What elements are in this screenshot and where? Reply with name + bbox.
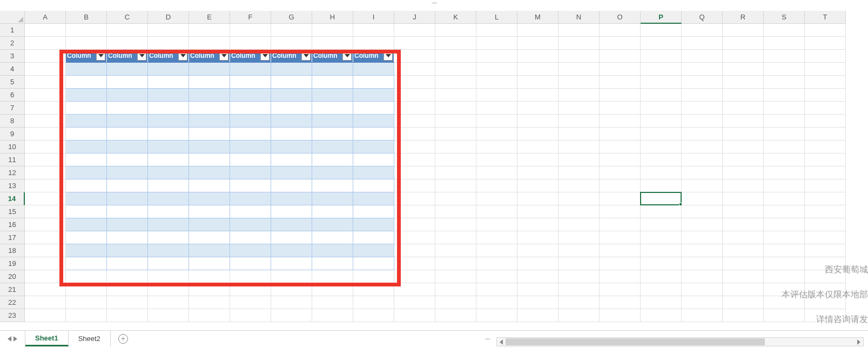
cell[interactable] xyxy=(148,309,189,322)
cell[interactable] xyxy=(723,115,764,128)
cell[interactable] xyxy=(517,102,559,115)
cell[interactable] xyxy=(600,179,641,192)
table-cell[interactable] xyxy=(148,218,189,231)
cell[interactable] xyxy=(600,76,641,89)
cell[interactable] xyxy=(435,76,476,89)
cell[interactable] xyxy=(641,76,682,89)
cell[interactable] xyxy=(394,115,435,128)
cell[interactable] xyxy=(25,192,66,205)
table-header-cell[interactable]: Column xyxy=(353,50,394,63)
col-header-O[interactable]: O xyxy=(600,11,641,24)
table-cell[interactable] xyxy=(189,192,230,205)
cell[interactable] xyxy=(271,24,312,37)
table-cell[interactable] xyxy=(271,244,312,257)
cell[interactable] xyxy=(517,63,559,76)
cell[interactable] xyxy=(435,179,476,192)
cell[interactable] xyxy=(25,231,66,244)
cell[interactable] xyxy=(148,296,189,309)
table-cell[interactable] xyxy=(353,218,394,231)
cell[interactable] xyxy=(435,257,476,270)
table-cell[interactable] xyxy=(148,244,189,257)
col-header-T[interactable]: T xyxy=(805,11,846,24)
cell[interactable] xyxy=(435,89,476,102)
cell[interactable] xyxy=(723,102,764,115)
cell[interactable] xyxy=(394,244,435,257)
table-cell[interactable] xyxy=(66,179,107,192)
table-cell[interactable] xyxy=(148,153,189,166)
cell[interactable] xyxy=(805,153,846,166)
cell[interactable] xyxy=(805,50,846,63)
cell[interactable] xyxy=(25,37,66,50)
row-header-16[interactable]: 16 xyxy=(0,218,25,231)
cell[interactable] xyxy=(641,89,682,102)
cell[interactable] xyxy=(435,231,476,244)
table-cell[interactable] xyxy=(230,63,271,76)
cell[interactable] xyxy=(476,102,517,115)
cell[interactable] xyxy=(600,192,641,205)
cell[interactable] xyxy=(764,244,805,257)
cell[interactable] xyxy=(723,76,764,89)
table-cell[interactable] xyxy=(148,166,189,179)
cell[interactable] xyxy=(476,141,517,153)
col-header-N[interactable]: N xyxy=(559,11,600,24)
cell[interactable] xyxy=(600,309,641,322)
table-cell[interactable] xyxy=(66,153,107,166)
cell[interactable] xyxy=(476,50,517,63)
cell[interactable] xyxy=(271,296,312,309)
cell[interactable] xyxy=(394,24,435,37)
cell[interactable] xyxy=(559,141,600,153)
table-header-cell[interactable]: Column xyxy=(271,50,312,63)
table-cell[interactable] xyxy=(107,63,148,76)
table-cell[interactable] xyxy=(107,76,148,89)
cell[interactable] xyxy=(682,231,723,244)
table-cell[interactable] xyxy=(271,231,312,244)
col-header-P[interactable]: P xyxy=(641,11,682,24)
cell[interactable] xyxy=(66,37,107,50)
col-header-G[interactable]: G xyxy=(271,11,312,24)
cell[interactable] xyxy=(66,283,107,296)
cell[interactable] xyxy=(600,257,641,270)
table-cell[interactable] xyxy=(312,205,353,218)
col-header-S[interactable]: S xyxy=(764,11,805,24)
table-cell[interactable] xyxy=(66,89,107,102)
horizontal-scrollbar[interactable] xyxy=(496,337,864,346)
cell[interactable] xyxy=(107,37,148,50)
cell[interactable] xyxy=(230,37,271,50)
cell[interactable] xyxy=(517,89,559,102)
table-cell[interactable] xyxy=(66,76,107,89)
filter-dropdown-button[interactable] xyxy=(96,51,105,61)
cell[interactable] xyxy=(25,128,66,141)
table-cell[interactable] xyxy=(230,218,271,231)
bottom-grip-handle[interactable]: :::::::::::::: xyxy=(485,337,490,340)
table-cell[interactable] xyxy=(107,192,148,205)
cell[interactable] xyxy=(25,218,66,231)
table-cell[interactable] xyxy=(189,89,230,102)
table-cell[interactable] xyxy=(230,192,271,205)
cell[interactable] xyxy=(723,63,764,76)
col-header-L[interactable]: L xyxy=(476,11,517,24)
cell[interactable] xyxy=(25,63,66,76)
table-cell[interactable] xyxy=(353,179,394,192)
cell[interactable] xyxy=(600,283,641,296)
cell[interactable] xyxy=(600,115,641,128)
cell[interactable] xyxy=(682,141,723,153)
cell[interactable] xyxy=(517,270,559,283)
cell[interactable] xyxy=(600,102,641,115)
table-cell[interactable] xyxy=(353,257,394,270)
table-cell[interactable] xyxy=(271,63,312,76)
cell[interactable] xyxy=(107,296,148,309)
table-cell[interactable] xyxy=(148,76,189,89)
col-header-Q[interactable]: Q xyxy=(682,11,723,24)
table-cell[interactable] xyxy=(189,205,230,218)
cell[interactable] xyxy=(25,102,66,115)
cell[interactable] xyxy=(25,50,66,63)
table-cell[interactable] xyxy=(107,231,148,244)
cell[interactable] xyxy=(600,296,641,309)
cell[interactable] xyxy=(25,309,66,322)
cell[interactable] xyxy=(435,192,476,205)
table-cell[interactable] xyxy=(271,102,312,115)
cell[interactable] xyxy=(476,63,517,76)
cell[interactable] xyxy=(559,218,600,231)
table-cell[interactable] xyxy=(66,205,107,218)
cell[interactable] xyxy=(476,296,517,309)
